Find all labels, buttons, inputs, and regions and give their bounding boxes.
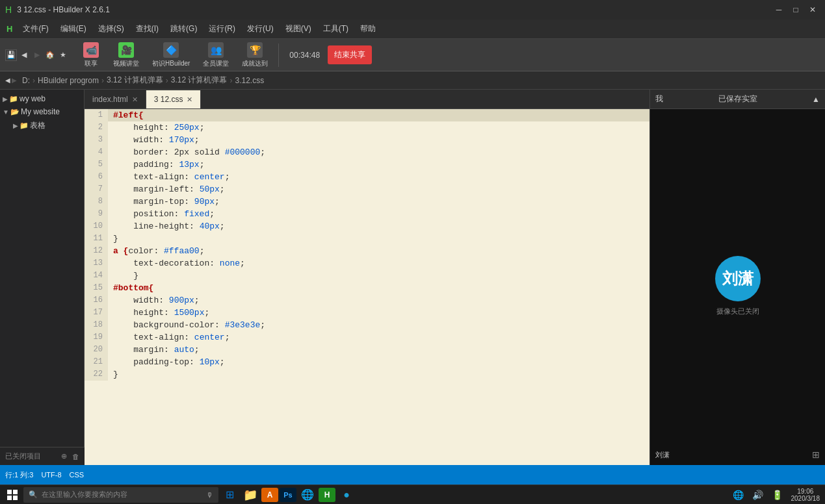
code-line-21: 21 padding-top: 10px;: [85, 356, 649, 368]
delete-project-icon[interactable]: 🗑: [72, 453, 79, 460]
breadcrumb-d[interactable]: D:: [22, 76, 30, 85]
toolbar-video-btn[interactable]: 📹 联享: [77, 40, 105, 71]
line-content: a {color: #ffaa00;: [108, 245, 204, 257]
expand-video-icon[interactable]: ⊞: [812, 449, 820, 460]
tab-close-css[interactable]: ✕: [187, 95, 192, 104]
menu-publish[interactable]: 发行(U): [242, 21, 279, 37]
breadcrumb-hbuilder[interactable]: HBuilder progrom: [38, 76, 99, 85]
nav-forward-small[interactable]: ▶: [12, 77, 17, 84]
menu-help[interactable]: 帮助: [355, 21, 381, 37]
code-line-14: 14 }: [85, 270, 649, 282]
status-language: CSS: [70, 471, 85, 479]
toolbar-intro-label: 初识HBuilder: [152, 59, 190, 68]
content-area: ▶ 📁 wy web ▼ 📂 My website ▶ 📁 表格 index.h…: [0, 90, 825, 465]
code-editor[interactable]: 1#left{2 height: 250px;3 width: 170px;4 …: [85, 109, 649, 465]
breadcrumb-folder[interactable]: 3.12 计算机弹幕: [107, 75, 163, 86]
line-number: 19: [85, 331, 108, 344]
taskbar-app-hbuilder[interactable]: H: [319, 488, 335, 502]
sidebar-group-table[interactable]: ▶ 📁 表格: [0, 118, 84, 133]
line-content: margin: auto;: [108, 344, 200, 356]
right-panel-header: 我 已保存实室 ▲: [650, 90, 825, 109]
line-content: }: [108, 270, 138, 282]
close-button[interactable]: ✕: [805, 4, 820, 16]
line-number: 8: [85, 195, 108, 208]
toolbar-achieve-btn[interactable]: 🏆 成就达到: [237, 40, 273, 71]
line-number: 17: [85, 307, 108, 319]
menu-view[interactable]: 视图(V): [280, 21, 317, 37]
taskbar-app-ps[interactable]: Ps: [280, 488, 296, 502]
code-line-8: 8 margin-top: 90px;: [85, 195, 649, 208]
menu-goto[interactable]: 跳转(G): [165, 21, 202, 37]
menu-tools[interactable]: 工具(T): [318, 21, 354, 37]
line-number: 1: [85, 109, 108, 121]
tab-close-index[interactable]: ✕: [132, 95, 138, 104]
line-content: width: 900px;: [108, 294, 200, 307]
menu-run[interactable]: 运行(R): [203, 21, 241, 37]
title-bar-controls: ─ □ ✕: [772, 4, 820, 16]
taskbar-app-orange[interactable]: A: [261, 488, 278, 502]
sidebar: ▶ 📁 wy web ▼ 📂 My website ▶ 📁 表格: [0, 90, 85, 465]
nav-back-small[interactable]: ◀: [5, 77, 10, 84]
taskbar-search-box[interactable]: 🔍 在这里输入你要搜索的内容 🎙: [23, 487, 218, 503]
toolbar-back-icon[interactable]: ◀: [18, 49, 30, 61]
line-number: 16: [85, 294, 108, 307]
line-number: 18: [85, 319, 108, 331]
sidebar-group-wyweb[interactable]: ▶ 📁 wy web: [0, 92, 84, 105]
taskbar-app-explorer[interactable]: 📁: [241, 486, 260, 503]
breadcrumb-subfolder[interactable]: 3.12 计算机弹幕: [171, 75, 228, 86]
toolbar-all-btn[interactable]: 👥 全员课堂: [198, 40, 234, 71]
code-line-2: 2 height: 250px;: [85, 121, 649, 134]
chevron-right-small-icon: ▶: [13, 122, 18, 129]
line-content: line-height: 40px;: [108, 220, 225, 233]
code-line-9: 9 position: fixed;: [85, 208, 649, 220]
sidebar-group-mywebsite[interactable]: ▼ 📂 My website: [0, 105, 84, 118]
line-content: border: 2px solid #000000;: [108, 146, 265, 158]
taskbar-volume-icon[interactable]: 🔊: [750, 486, 766, 503]
taskbar-app-task-view[interactable]: ⊞: [220, 486, 239, 503]
tab-css[interactable]: 3 12.css ✕: [146, 90, 202, 108]
menu-select[interactable]: 选择(S): [93, 21, 129, 37]
line-number: 3: [85, 134, 108, 146]
line-content: }: [108, 233, 118, 245]
code-line-15: 15#bottom{: [85, 282, 649, 294]
taskbar-app-edge[interactable]: 🌐: [298, 486, 317, 503]
minimize-button[interactable]: ─: [772, 4, 786, 16]
menu-edit[interactable]: 编辑(E): [55, 21, 92, 37]
line-number: 5: [85, 158, 108, 171]
menu-file[interactable]: 文件(F): [18, 21, 53, 37]
tab-index-html[interactable]: index.html ✕: [85, 90, 146, 108]
collapse-panel-icon[interactable]: ▲: [812, 95, 820, 104]
maximize-button[interactable]: □: [789, 4, 803, 16]
menu-find[interactable]: 查找(I): [131, 21, 164, 37]
end-share-button[interactable]: 结束共享: [328, 45, 372, 64]
code-line-5: 5 padding: 13px;: [85, 158, 649, 171]
svg-rect-1: [13, 490, 18, 494]
code-line-6: 6 text-align: center;: [85, 171, 649, 183]
code-line-13: 13 text-decoration: none;: [85, 257, 649, 270]
taskbar-app-blue[interactable]: ●: [337, 486, 356, 503]
code-line-3: 3 width: 170px;: [85, 134, 649, 146]
avatar: 刘潇: [715, 256, 761, 301]
line-number: 9: [85, 208, 108, 220]
windows-start-button[interactable]: [3, 486, 22, 503]
toolbar-forward-icon[interactable]: ▶: [31, 49, 43, 61]
line-number: 13: [85, 257, 108, 270]
search-icon: 🔍: [29, 490, 38, 499]
line-number: 10: [85, 220, 108, 233]
code-line-22: 22}: [85, 368, 649, 381]
toolbar-star-icon[interactable]: ★: [57, 49, 69, 61]
chevron-down-icon: ▼: [3, 108, 9, 116]
toolbar-achieve-label: 成就达到: [242, 59, 268, 68]
add-project-icon[interactable]: ⊕: [61, 452, 67, 460]
toolbar-lecture-btn[interactable]: 🎥 视频讲堂: [108, 40, 144, 71]
code-line-1: 1#left{: [85, 109, 649, 121]
taskbar-battery-icon[interactable]: 🔋: [769, 486, 786, 503]
toolbar-intro-btn[interactable]: 🔷 初识HBuilder: [147, 40, 195, 71]
editor-section: index.html ✕ 3 12.css ✕ 1#left{2 height:…: [85, 90, 649, 465]
taskbar-network-icon[interactable]: 🌐: [730, 486, 747, 503]
toolbar-home-icon[interactable]: 🏠: [44, 49, 56, 61]
toolbar-save-icon[interactable]: 💾: [5, 49, 17, 61]
line-content: position: fixed;: [108, 208, 215, 220]
breadcrumb-file[interactable]: 3.12.css: [235, 76, 264, 85]
taskbar-clock[interactable]: 19:06 2020/3/18: [789, 488, 823, 502]
